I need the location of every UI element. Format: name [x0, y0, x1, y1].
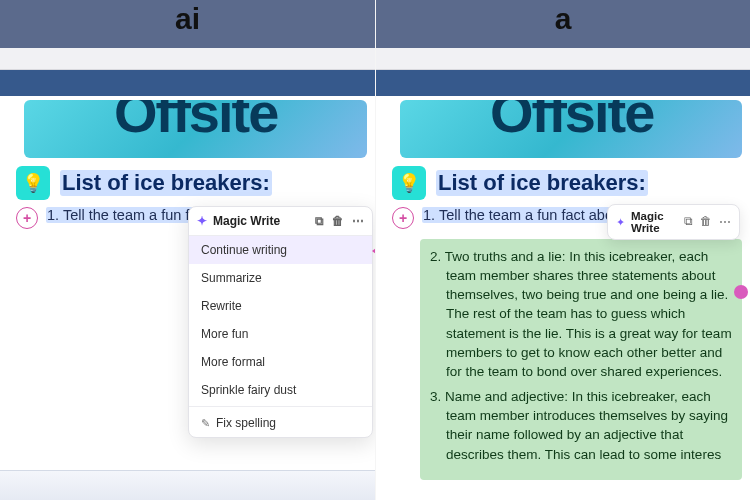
- sparkle-icon: ✦: [616, 216, 625, 229]
- section-title[interactable]: List of ice breakers:: [60, 170, 272, 196]
- magic-write-title: Magic Write: [213, 214, 280, 228]
- menu-more-fun[interactable]: More fun: [189, 320, 372, 348]
- hero-banner: Offsite: [24, 100, 367, 158]
- window-topbar: ai: [0, 0, 375, 48]
- menu-continue-writing[interactable]: Continue writing: [189, 236, 372, 264]
- section-title[interactable]: List of ice breakers:: [436, 170, 648, 196]
- list-item-3: Name and adjective: In this icebreaker, …: [430, 387, 732, 464]
- add-item-button[interactable]: +: [16, 207, 38, 229]
- menu-separator: [189, 406, 372, 407]
- menu-fix-spelling[interactable]: ✎ Fix spelling: [189, 409, 372, 437]
- magic-write-title[interactable]: Magic Write: [631, 210, 674, 234]
- list-item-2: Two truths and a lie: In this icebreaker…: [430, 247, 732, 381]
- wand-icon: ✎: [201, 417, 210, 430]
- magic-write-header: ✦ Magic Write ⧉ 🗑 ⋯: [189, 207, 372, 236]
- app-header-bar: [0, 70, 375, 96]
- app-header-bar: [376, 70, 750, 96]
- hero-title: Offsite: [490, 100, 653, 145]
- menu-more-formal[interactable]: More formal: [189, 348, 372, 376]
- collaborator-cursor: Amy: [372, 242, 375, 260]
- menu-rewrite[interactable]: Rewrite: [189, 292, 372, 320]
- list-row-1: + 1. Tell the team a fun fact about your…: [392, 206, 740, 229]
- browser-chrome: [376, 48, 750, 70]
- collaborator-dot-icon: [734, 285, 748, 299]
- left-pane: ai Offsite 💡 List of ice breakers: + 1. …: [0, 0, 375, 500]
- hero-banner: Offsite: [400, 100, 742, 158]
- tab-label: ai: [175, 2, 200, 36]
- menu-summarize[interactable]: Summarize: [189, 264, 372, 292]
- cursor-arrow-icon: [372, 245, 375, 257]
- hero-title: Offsite: [114, 100, 277, 145]
- tab-label: a: [555, 2, 572, 36]
- lightbulb-icon: 💡: [16, 166, 50, 200]
- trash-icon[interactable]: 🗑: [332, 214, 344, 228]
- lightbulb-icon: 💡: [392, 166, 426, 200]
- sparkle-icon: ✦: [197, 214, 207, 228]
- browser-chrome: [0, 48, 375, 70]
- trash-icon[interactable]: 🗑: [700, 215, 712, 229]
- list-row-1: + 1. Tell the team a fun fact about y ✦ …: [16, 206, 365, 229]
- more-icon[interactable]: ⋯: [719, 215, 731, 229]
- copy-icon[interactable]: ⧉: [315, 214, 324, 228]
- document-canvas: Offsite 💡 List of ice breakers: + 1. Tel…: [376, 96, 750, 500]
- section-header: 💡 List of ice breakers:: [392, 166, 740, 200]
- section-header: 💡 List of ice breakers:: [16, 166, 365, 200]
- copy-icon[interactable]: ⧉: [684, 215, 693, 229]
- generated-text-block[interactable]: Two truths and a lie: In this icebreaker…: [420, 239, 742, 480]
- menu-sprinkle-fairy-dust[interactable]: Sprinkle fairy dust: [189, 376, 372, 404]
- keyboard-strip: [0, 470, 375, 500]
- window-topbar: a: [376, 0, 750, 48]
- document-canvas: Offsite 💡 List of ice breakers: + 1. Tel…: [0, 96, 375, 500]
- magic-write-menu: ✦ Magic Write ⧉ 🗑 ⋯ Continue writing Sum…: [188, 206, 373, 438]
- more-icon[interactable]: ⋯: [352, 214, 364, 228]
- right-pane: a Offsite 💡 List of ice breakers: + 1. T…: [375, 0, 750, 500]
- add-item-button[interactable]: +: [392, 207, 414, 229]
- magic-write-toolbar: ✦ Magic Write ⧉ 🗑 ⋯: [607, 204, 740, 240]
